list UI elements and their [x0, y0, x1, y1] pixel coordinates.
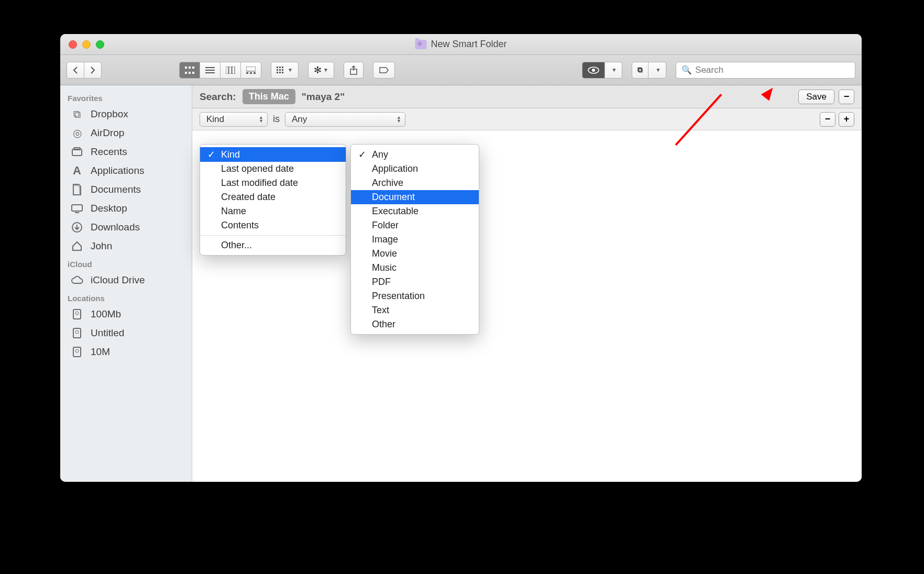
quick-look-menu-button[interactable]: ▼ [604, 62, 623, 79]
dropbox-button[interactable]: ⧉ [632, 62, 648, 79]
svg-rect-4 [189, 72, 191, 74]
icon-view-button[interactable] [179, 62, 200, 79]
svg-rect-9 [226, 67, 228, 74]
action-button[interactable]: ✻▼ [308, 62, 334, 79]
minimize-window-button[interactable] [82, 40, 91, 49]
tag-icon [379, 67, 389, 74]
quick-look-button[interactable] [582, 62, 605, 79]
popup-item-text[interactable]: Text [351, 303, 479, 317]
sidebar-item-label: 10M [91, 346, 110, 358]
applications-icon: A [70, 164, 84, 177]
popup-item-application[interactable]: Application [351, 162, 479, 176]
popup-item-last-modified[interactable]: Last modified date [200, 176, 346, 190]
scope-folder[interactable]: "maya 2" [302, 91, 345, 103]
criteria-attribute-dropdown[interactable]: Kind▲▼ [200, 112, 268, 127]
remove-search-button[interactable]: − [839, 90, 854, 104]
popup-item-label: Kind [221, 149, 240, 160]
grid-icon [185, 67, 194, 74]
popup-item-last-opened[interactable]: Last opened date [200, 162, 346, 176]
criteria-value-dropdown[interactable]: Any▲▼ [285, 112, 405, 127]
popup-item-image[interactable]: Image [351, 233, 479, 247]
popup-item-music[interactable]: Music [351, 261, 479, 275]
sidebar-item-label: 100Mb [91, 308, 121, 320]
remove-criteria-button[interactable]: − [820, 112, 835, 127]
sidebar-item-disk[interactable]: 100Mb [60, 305, 192, 324]
popup-item-other[interactable]: Other... [200, 238, 346, 252]
popup-item-label: Folder [372, 220, 399, 231]
sidebar-item-label: Recents [91, 146, 127, 158]
popup-item-pdf[interactable]: PDF [351, 275, 479, 289]
svg-rect-10 [229, 67, 232, 74]
sidebar-item-downloads[interactable]: Downloads [60, 218, 192, 237]
window-title: New Smart Folder [431, 39, 507, 50]
dropbox-menu-button[interactable]: ▼ [648, 62, 666, 79]
svg-rect-3 [185, 72, 187, 74]
popup-item-movie[interactable]: Movie [351, 247, 479, 261]
popup-item-document[interactable]: Document [351, 190, 479, 204]
tags-button[interactable] [373, 62, 395, 79]
chevron-down-icon: ▼ [655, 67, 661, 73]
sidebar: Favorites ⧉Dropbox ◎AirDrop Recents AApp… [60, 85, 192, 482]
disk-icon [70, 327, 84, 339]
disk-icon [70, 346, 84, 358]
popup-item-any[interactable]: ✓Any [351, 147, 479, 162]
popup-item-contents[interactable]: Contents [200, 218, 346, 233]
chevron-right-icon [90, 66, 96, 74]
popup-item-name[interactable]: Name [200, 204, 346, 218]
sidebar-item-home[interactable]: John [60, 237, 192, 256]
dropdown-value: Any [292, 114, 307, 125]
attribute-popup: ✓Kind Last opened date Last modified dat… [200, 144, 346, 256]
sidebar-item-dropbox[interactable]: ⧉Dropbox [60, 105, 192, 124]
popup-item-kind[interactable]: ✓Kind [200, 147, 346, 162]
sidebar-item-disk[interactable]: 10M [60, 343, 192, 361]
sidebar-item-airdrop[interactable]: ◎AirDrop [60, 124, 192, 142]
titlebar: New Smart Folder [60, 34, 862, 55]
list-icon [205, 67, 215, 74]
sidebar-item-disk[interactable]: Untitled [60, 324, 192, 343]
add-criteria-button[interactable]: + [839, 112, 854, 127]
gallery-view-button[interactable] [240, 62, 261, 79]
popup-item-presentation[interactable]: Presentation [351, 289, 479, 303]
grid-menu-icon [277, 67, 286, 74]
popup-item-other[interactable]: Other [351, 317, 479, 332]
search-field[interactable]: 🔍 [676, 62, 855, 79]
dropbox-icon: ⧉ [70, 108, 84, 120]
maximize-window-button[interactable] [96, 40, 104, 49]
save-button[interactable]: Save [798, 90, 834, 104]
popup-item-label: Name [221, 206, 246, 217]
popup-item-label: Music [372, 262, 397, 273]
svg-point-34 [75, 312, 79, 315]
sidebar-item-label: iCloud Drive [91, 274, 145, 286]
eye-icon [588, 67, 599, 74]
popup-item-archive[interactable]: Archive [351, 176, 479, 190]
scope-this-mac[interactable]: This Mac [243, 89, 295, 104]
column-view-button[interactable] [220, 62, 241, 79]
sidebar-item-documents[interactable]: Documents [60, 180, 192, 199]
criteria-row: Kind▲▼ is Any▲▼ − + [192, 108, 862, 130]
recents-icon [70, 146, 84, 158]
home-icon [70, 240, 84, 252]
list-view-button[interactable] [200, 62, 221, 79]
svg-point-27 [592, 69, 595, 72]
sidebar-item-applications[interactable]: AApplications [60, 161, 192, 180]
group-by-button[interactable]: ▼ [271, 62, 299, 79]
popup-item-executable[interactable]: Executable [351, 204, 479, 218]
sidebar-item-icloud-drive[interactable]: iCloud Drive [60, 271, 192, 290]
sidebar-item-recents[interactable]: Recents [60, 142, 192, 161]
back-button[interactable] [67, 62, 84, 79]
close-window-button[interactable] [69, 40, 77, 49]
finder-window: New Smart Folder ▼ ✻▼ ▼ ⧉ ▼ 🔍 [60, 34, 862, 482]
forward-button[interactable] [84, 62, 102, 79]
popup-item-label: Last modified date [221, 178, 298, 189]
search-input[interactable] [695, 65, 850, 75]
sidebar-item-desktop[interactable]: Desktop [60, 199, 192, 218]
svg-rect-37 [73, 347, 81, 357]
svg-rect-15 [254, 72, 256, 74]
svg-rect-30 [72, 205, 82, 211]
popup-item-label: Document [372, 192, 415, 203]
popup-item-folder[interactable]: Folder [351, 218, 479, 233]
sidebar-heading-icloud: iCloud [60, 256, 192, 271]
value-popup: ✓Any Application Archive Document Execut… [350, 144, 479, 335]
share-button[interactable] [344, 62, 364, 79]
popup-item-created[interactable]: Created date [200, 190, 346, 204]
